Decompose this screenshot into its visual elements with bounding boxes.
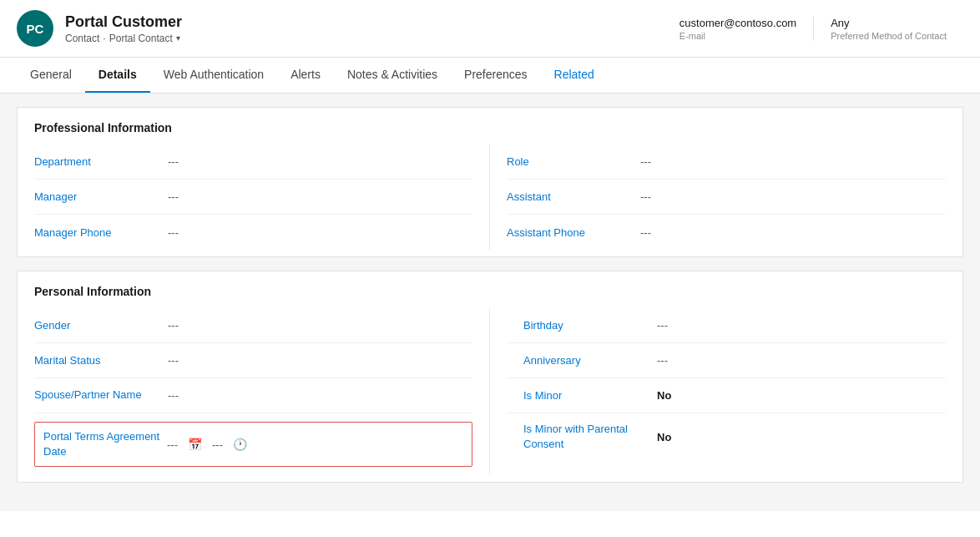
spouse-name-value: --- — [168, 389, 179, 402]
is-minor-parental-value: No — [657, 431, 671, 443]
avatar: PC — [17, 10, 53, 47]
table-row: Department --- — [34, 144, 472, 180]
tab-related[interactable]: Related — [541, 58, 608, 93]
table-row: Assistant Phone --- — [507, 215, 946, 250]
nav-tabs: General Details Web Authentication Alert… — [0, 58, 980, 94]
table-row: Spouse/Partner Name --- — [34, 378, 472, 413]
professional-right-col: Role --- Assistant --- Assistant Phone -… — [490, 144, 946, 250]
manager-value: --- — [168, 190, 179, 203]
table-row: Assistant --- — [507, 180, 946, 215]
table-row: Birthday --- — [507, 308, 946, 343]
email-value: customer@contoso.com — [679, 17, 796, 29]
tab-details[interactable]: Details — [85, 58, 150, 93]
professional-fields-grid: Department --- Manager --- Manager Phone… — [34, 144, 946, 250]
is-minor-value: No — [657, 389, 671, 402]
tab-web-authentication[interactable]: Web Authentication — [150, 58, 277, 93]
professional-left-col: Department --- Manager --- Manager Phone… — [34, 144, 490, 250]
contact-method-label: Preferred Method of Contact — [831, 31, 947, 41]
table-row: Manager --- — [34, 180, 472, 215]
personal-fields-grid: Gender --- Marital Status --- Spouse/Par… — [34, 308, 946, 475]
personal-left-col: Gender --- Marital Status --- Spouse/Par… — [34, 308, 490, 475]
table-row: Manager Phone --- — [34, 215, 472, 250]
portal-terms-label: Portal Terms Agreement Date — [43, 429, 160, 459]
is-minor-label: Is Minor — [523, 389, 657, 402]
table-row: Role --- — [507, 144, 946, 180]
table-row: Is Minor with Parental Consent No — [507, 413, 946, 460]
calendar-icon[interactable]: 📅 — [188, 438, 202, 451]
contact-name: Portal Customer — [65, 13, 182, 31]
is-minor-parental-label: Is Minor with Parental Consent — [523, 422, 657, 452]
tab-general[interactable]: General — [17, 58, 85, 93]
tab-preferences[interactable]: Preferences — [451, 58, 540, 93]
assistant-phone-label: Assistant Phone — [507, 226, 640, 239]
assistant-label: Assistant — [507, 190, 640, 203]
contact-subtitle: Contact · Portal Contact ▾ — [65, 33, 182, 44]
department-value: --- — [168, 155, 179, 168]
clock-icon[interactable]: 🕐 — [233, 438, 247, 451]
role-label: Role — [507, 155, 640, 168]
subtitle-contact: Contact — [65, 33, 99, 44]
manager-phone-label: Manager Phone — [34, 226, 168, 239]
contact-method-value: Any — [831, 17, 947, 29]
personal-section-title: Personal Information — [34, 285, 946, 298]
main-content: Professional Information Department --- … — [0, 94, 980, 511]
personal-information-section: Personal Information Gender --- Marital … — [17, 271, 963, 483]
table-row: Is Minor No — [507, 378, 946, 413]
marital-status-value: --- — [168, 354, 179, 367]
header-info: Portal Customer Contact · Portal Contact… — [65, 13, 182, 44]
table-row: Anniversary --- — [507, 343, 946, 378]
department-label: Department — [34, 155, 168, 168]
marital-status-label: Marital Status — [34, 354, 168, 367]
page-header: PC Portal Customer Contact · Portal Cont… — [0, 0, 980, 58]
email-block: customer@contoso.com E-mail — [663, 17, 813, 41]
subtitle-type: Portal Contact — [109, 33, 173, 44]
role-value: --- — [640, 155, 651, 168]
birthday-value: --- — [657, 319, 668, 332]
professional-section-title: Professional Information — [34, 121, 946, 134]
chevron-down-icon[interactable]: ▾ — [176, 33, 180, 43]
birthday-label: Birthday — [523, 319, 657, 332]
contact-method-block: Any Preferred Method of Contact — [813, 17, 963, 41]
tab-alerts[interactable]: Alerts — [277, 58, 334, 93]
portal-terms-container: Portal Terms Agreement Date --- 📅 --- 🕐 — [34, 413, 472, 475]
manager-phone-value: --- — [168, 226, 179, 239]
portal-terms-value2: --- — [212, 438, 223, 451]
personal-right-col: Birthday --- Anniversary --- Is Minor No… — [490, 308, 946, 475]
table-row: Gender --- — [34, 308, 472, 343]
spouse-name-label: Spouse/Partner Name — [34, 388, 168, 403]
assistant-phone-value: --- — [640, 226, 651, 239]
subtitle-dot: · — [103, 33, 105, 44]
professional-information-section: Professional Information Department --- … — [17, 107, 963, 257]
assistant-value: --- — [640, 190, 651, 203]
header-left: PC Portal Customer Contact · Portal Cont… — [17, 10, 182, 47]
gender-value: --- — [168, 319, 179, 332]
manager-label: Manager — [34, 190, 168, 203]
header-right: customer@contoso.com E-mail Any Preferre… — [663, 17, 963, 41]
gender-label: Gender — [34, 319, 168, 332]
anniversary-value: --- — [657, 354, 668, 367]
portal-terms-field[interactable]: Portal Terms Agreement Date --- 📅 --- 🕐 — [34, 422, 472, 467]
email-label: E-mail — [679, 31, 796, 41]
table-row: Marital Status --- — [34, 343, 472, 378]
tab-notes-activities[interactable]: Notes & Activities — [334, 58, 451, 93]
portal-terms-value1: --- — [167, 438, 178, 451]
anniversary-label: Anniversary — [523, 354, 657, 367]
